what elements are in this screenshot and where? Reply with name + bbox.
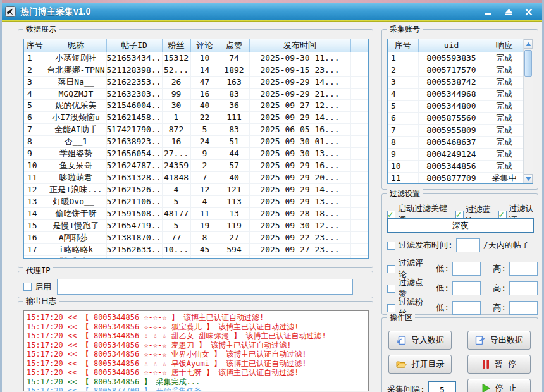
table-row[interactable]: 88005468637完成: [388, 136, 524, 148]
time-filter-input[interactable]: [456, 238, 480, 252]
cell: 14: [190, 64, 219, 76]
folder-icon: [396, 360, 407, 369]
cell: 83: [219, 88, 249, 99]
table-row[interactable]: 9学姐姿势521656054...27...9442025-09-30 13..…: [24, 147, 368, 159]
scrollbar-thumb[interactable]: [524, 50, 532, 77]
table-row[interactable]: 18005593835完成: [388, 52, 524, 64]
table-row[interactable]: 3落日Na__521622353...26471632025-09-29 14.…: [24, 76, 368, 88]
table-row[interactable]: 16A阿耶莎_521381870...778272025-09-22 23...: [24, 231, 368, 243]
column-header[interactable]: uid: [418, 39, 485, 52]
export-icon: [475, 336, 485, 345]
pause-button[interactable]: 暂 停: [467, 355, 531, 374]
keyword-input[interactable]: [387, 218, 534, 233]
low-input[interactable]: [452, 262, 481, 276]
high-input[interactable]: [509, 262, 538, 276]
table-row[interactable]: 68005875560完成: [388, 112, 524, 124]
column-header[interactable]: 发布时间: [249, 39, 350, 52]
import-data-button[interactable]: 导入数据: [388, 331, 452, 350]
scroll-down-icon[interactable]: [524, 174, 533, 183]
table-row[interactable]: 14偷吃饼干呀521591508...4817711132025-09-28 1…: [24, 207, 368, 219]
time-filter-checkbox[interactable]: [387, 242, 395, 250]
range-filter-checkbox[interactable]: [387, 285, 395, 293]
cell: 5: [190, 123, 219, 135]
cell: 哆啦萌君: [46, 171, 106, 183]
cell: 5: [24, 99, 46, 111]
maximize-button[interactable]: [504, 8, 514, 16]
table-row[interactable]: 10鱼女呆哥521624787...243592572025-09-29 16.…: [24, 159, 368, 171]
table-row[interactable]: 98004249124完成: [388, 148, 524, 160]
cell: 521562633...: [106, 243, 162, 255]
table-row[interactable]: 38005538742完成: [388, 76, 524, 88]
table-row[interactable]: 18腊肠和水豚521452551...62702052025-09-24 22.…: [24, 255, 368, 259]
log-line: 15:17:20 << 【 8005877709 】 开始采集任务...: [27, 386, 366, 391]
table-row[interactable]: 108005344856完成: [388, 160, 524, 172]
column-header[interactable]: 评论: [190, 39, 219, 52]
cell: 17: [24, 243, 46, 255]
table-row[interactable]: 11哆啦萌君521631328...418487402025-09-29 20.…: [24, 171, 368, 183]
cell: 113: [219, 195, 249, 207]
export-data-button[interactable]: 导出数据: [467, 331, 531, 350]
cell: 11: [388, 172, 418, 184]
low-label: 低:: [436, 283, 449, 294]
column-header[interactable]: 响应: [485, 39, 524, 52]
column-header[interactable]: 昵称: [46, 39, 106, 52]
table-row[interactable]: 4MGQZMJT521632303...9916832025-09-29 21.…: [24, 88, 368, 99]
cell: 完成: [485, 100, 524, 112]
low-input[interactable]: [452, 281, 481, 295]
range-filter-checkbox[interactable]: [387, 304, 395, 312]
table-row[interactable]: 58005344800完成: [388, 100, 524, 112]
table-row[interactable]: 12正是I浪味...521621526...4121212025-09-29 1…: [24, 183, 368, 195]
column-header[interactable]: 序号: [24, 39, 46, 52]
table-row[interactable]: 6小I7没烦恼u521621458...1221112025-09-29 14.…: [24, 111, 368, 123]
accounts-scrollbar[interactable]: [523, 39, 533, 183]
table-row[interactable]: 8否__1521638923...1624512025-09-30 01...: [24, 135, 368, 147]
cell: 落日Na__: [46, 76, 106, 88]
column-header[interactable]: 点赞: [219, 39, 249, 52]
column-header[interactable]: 粉丝: [162, 39, 190, 52]
table-row[interactable]: 13灯暖Ovo__-521621106...541132025-09-29 13…: [24, 195, 368, 207]
high-input[interactable]: [509, 281, 538, 295]
close-button[interactable]: [524, 8, 534, 16]
table-row[interactable]: 78005955809完成: [388, 124, 524, 136]
table-row[interactable]: 28005717570完成: [388, 64, 524, 76]
open-directory-button[interactable]: 打开目录: [388, 355, 452, 374]
group-filter: 过滤设置 启动过滤关键词过滤蓝V过滤认证 过滤发布时间: /天内的帖子 过滤评论…: [381, 193, 538, 315]
proxy-input[interactable]: [57, 279, 353, 295]
cell: [350, 195, 368, 207]
minimize-button[interactable]: [483, 8, 493, 16]
cell: 16: [190, 88, 219, 99]
column-header[interactable]: 帖子ID: [106, 39, 162, 52]
cell: 517421790...: [106, 123, 162, 135]
log-line: 15:17:20 << 【 8005344856 ☆-☆-☆ 甜乙女-甜味弥漫 …: [27, 331, 366, 341]
table-row[interactable]: 2台北娜娜-TPNN521128398...52...1418922025-09…: [24, 64, 368, 76]
table-row[interactable]: 118005877709采集中: [388, 172, 524, 184]
stop-button[interactable]: 停 止: [467, 379, 531, 392]
table-row[interactable]: 1小菡短剧社521653434...1531210742025-09-30 11…: [24, 52, 368, 64]
cell: 15312: [162, 52, 190, 64]
column-header[interactable]: [350, 39, 368, 52]
app-window: { "window": { "title": "热门博主采集v1.0" }, "…: [0, 0, 544, 392]
log-output[interactable]: 15:17:20 << 【 8005344856 ☆-☆-☆ 】 该博主已认证自…: [23, 310, 369, 391]
scroll-up-icon[interactable]: [524, 39, 533, 49]
table-row[interactable]: 17i略略略k521562633...10...455942025-09-27 …: [24, 243, 368, 255]
proxy-enable-checkbox[interactable]: [23, 283, 32, 291]
cell: 完成: [485, 64, 524, 76]
interval-input[interactable]: [428, 381, 456, 392]
cell: 5: [162, 195, 190, 207]
cell: 2025-09-29 14...: [249, 111, 350, 123]
table-row[interactable]: 5妮的优乐美521546004...3040362025-09-27 12...: [24, 99, 368, 111]
high-label: 高:: [493, 263, 506, 274]
cell: A阿耶莎_: [46, 231, 106, 243]
table-row[interactable]: 48005344968完成: [388, 88, 524, 100]
cell: 24359: [162, 159, 190, 171]
table-row[interactable]: 15是慢I慢跑了521654719...5191192025-09-30 12.…: [24, 219, 368, 231]
cell: [350, 99, 368, 111]
range-filter-checkbox[interactable]: [387, 265, 395, 273]
table-row[interactable]: 7全能AI助手517421790...8725832025-06-05 16..…: [24, 123, 368, 135]
high-input[interactable]: [509, 301, 538, 315]
cell: 19: [190, 219, 219, 231]
accounts-table: 序号uid响应 18005593835完成28005717570完成380055…: [387, 39, 533, 184]
column-header[interactable]: 序号: [388, 39, 418, 52]
low-input[interactable]: [452, 301, 481, 315]
cell: 2025-09-29 13...: [249, 195, 350, 207]
